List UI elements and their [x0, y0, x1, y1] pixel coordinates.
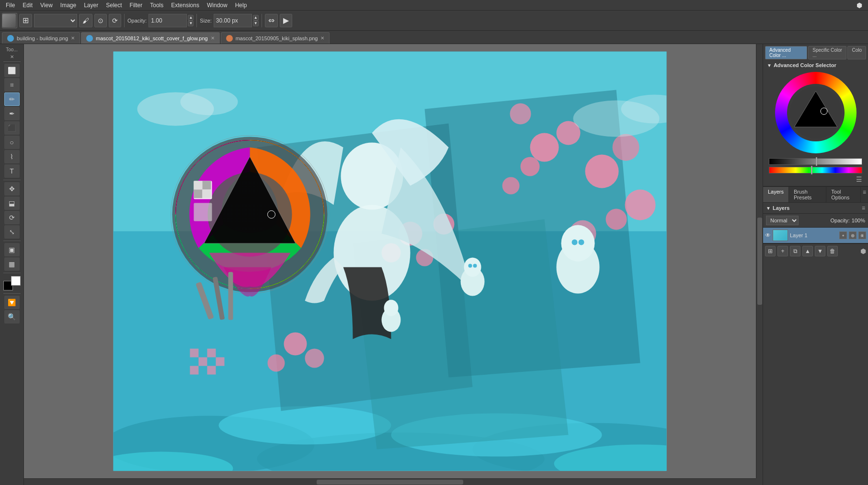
move-layer-up-btn[interactable]: ▲ — [802, 246, 813, 256]
svg-point-58 — [384, 300, 399, 316]
layer-row-1[interactable]: 👁 Layer 1 ⚬ ⊕ ⛯ — [763, 228, 868, 243]
tool-zoom[interactable]: 🔍 — [4, 310, 20, 323]
blend-mode-select[interactable]: Normal — [34, 14, 77, 27]
fg-bg-colors[interactable] — [3, 276, 21, 290]
move-layer-down-btn[interactable]: ▼ — [815, 246, 825, 256]
tab-label-mascot-splash: mascot_20150905_kiki_splash.png — [236, 35, 318, 41]
svg-point-55 — [468, 264, 472, 268]
toolbar-separator-1 — [124, 14, 125, 27]
tool-gradient[interactable]: ▦ — [4, 257, 20, 271]
svg-point-17 — [625, 190, 656, 220]
layer-btn-1[interactable]: ⚬ — [839, 231, 847, 239]
tool-lasso[interactable]: ⌗ — [4, 78, 20, 92]
tool-color-picker[interactable]: 🔽 — [4, 296, 20, 309]
tool-path[interactable]: ⌇ — [4, 150, 20, 163]
menu-select[interactable]: Select — [102, 1, 126, 10]
canvas-area[interactable] — [24, 44, 763, 485]
tab-mascot-glow[interactable]: mascot_20150812_kiki_scott_cover_f_glow.… — [81, 32, 220, 44]
menu-image[interactable]: Image — [57, 1, 80, 10]
close-toolbox-icon[interactable]: ✕ — [10, 54, 14, 59]
menu-filter[interactable]: Filter — [126, 1, 147, 10]
menu-view[interactable]: View — [36, 1, 57, 10]
menu-tools[interactable]: Tools — [146, 1, 167, 10]
opacity-increase[interactable]: ▲ — [188, 15, 194, 21]
tab-specific-color[interactable]: Specific Color ... — [808, 46, 846, 59]
menu-layer[interactable]: Layer — [80, 1, 102, 10]
tool-scale[interactable]: ⤡ — [4, 225, 20, 239]
size-increase[interactable]: ▲ — [253, 15, 259, 21]
flip-horizontal-button[interactable]: ⇔ — [265, 14, 278, 27]
delete-layer-btn[interactable]: 🗑 — [827, 246, 838, 256]
layer-btn-2[interactable]: ⊕ — [849, 231, 857, 239]
duplicate-layer-btn[interactable]: ⧉ — [790, 246, 800, 256]
tool-rotate[interactable]: ⟳ — [4, 211, 20, 224]
window-expand-icon[interactable]: ⬢ — [853, 0, 866, 10]
layers-tab-layers[interactable]: Layers — [763, 187, 789, 202]
collapse-layers-icon[interactable]: ▼ — [766, 206, 771, 211]
tool-move[interactable]: ✥ — [4, 182, 20, 196]
scrollbar-vertical[interactable] — [756, 44, 763, 478]
layers-tab-tool-options[interactable]: Tool Options — [826, 187, 861, 202]
opacity-input[interactable] — [148, 14, 187, 27]
value-bar-container[interactable] — [769, 158, 862, 165]
tool-separator-3 — [3, 241, 21, 241]
tab-close-mascot-splash[interactable]: ✕ — [320, 35, 324, 41]
value-bar[interactable] — [769, 158, 862, 165]
layer-visibility-toggle[interactable]: 👁 — [765, 232, 771, 239]
flip-vertical-button[interactable]: ▶ — [280, 14, 292, 27]
brush-options-button[interactable]: ⟳ — [109, 14, 121, 27]
tool-crop[interactable]: ⬓ — [4, 196, 20, 210]
tab-advanced-color[interactable]: Advanced Color ... — [765, 46, 807, 59]
tab-mascot-splash[interactable]: mascot_20150905_kiki_splash.png ✕ — [221, 32, 330, 44]
sv-triangle[interactable] — [789, 86, 842, 139]
size-input[interactable] — [214, 14, 252, 27]
menu-edit[interactable]: Edit — [19, 1, 36, 10]
tool-separator-5 — [3, 293, 21, 294]
tool-fill[interactable]: ▣ — [4, 243, 20, 256]
layers-group-menu[interactable]: ≡ — [862, 205, 865, 211]
paint-dynamics-button[interactable]: 🖌 — [79, 14, 92, 27]
color-list-icon[interactable]: ☰ — [765, 174, 866, 184]
tool-ellipse[interactable]: ○ — [4, 136, 20, 149]
layers-panel-menu[interactable]: ≡ — [861, 187, 868, 202]
tool-eraser[interactable]: ⬛ — [4, 121, 20, 135]
layers-opacity-value[interactable]: 100% — [852, 218, 865, 223]
tool-selection[interactable]: ⬜ — [4, 64, 20, 77]
layers-blend-select[interactable]: Normal Multiply Screen — [766, 216, 799, 225]
tool-brush[interactable]: ✏ — [4, 92, 20, 106]
layers-panel-expand[interactable]: ⬢ — [860, 247, 866, 255]
layer-name[interactable]: Layer 1 — [790, 232, 837, 238]
brush-presets-button[interactable]: ⊙ — [94, 14, 107, 27]
scrollbar-vertical-thumb[interactable] — [757, 218, 762, 304]
svg-point-27 — [268, 355, 285, 372]
hue-bar-container[interactable] — [769, 167, 862, 173]
layers-blend-header: Normal Multiply Screen Opacity: 100% — [763, 214, 868, 228]
scrollbar-horizontal-thumb[interactable] — [317, 480, 463, 485]
menu-extensions[interactable]: Extensions — [167, 1, 203, 10]
tool-grid-button[interactable]: ⊞ — [19, 14, 32, 27]
menu-help[interactable]: Help — [231, 1, 251, 10]
svg-rect-32 — [216, 358, 225, 366]
tab-building[interactable]: building - building.png ✕ — [2, 32, 80, 44]
tool-text[interactable]: T — [4, 164, 20, 178]
hue-bar[interactable] — [769, 167, 862, 173]
hue-bar-thumb[interactable] — [811, 166, 812, 174]
scrollbar-horizontal[interactable] — [24, 478, 756, 485]
artwork — [114, 52, 667, 471]
new-layer-btn[interactable]: + — [777, 246, 788, 256]
tab-colo[interactable]: Colo — [847, 46, 866, 59]
size-decrease[interactable]: ▼ — [253, 21, 259, 26]
tab-close-mascot-glow[interactable]: ✕ — [211, 35, 215, 41]
menu-file[interactable]: File — [2, 1, 19, 10]
layer-btn-3[interactable]: ⛯ — [858, 231, 866, 239]
collapse-icon[interactable]: ▼ — [767, 63, 772, 68]
layers-tab-brush-presets[interactable]: Brush Presets — [789, 187, 826, 202]
opacity-decrease[interactable]: ▼ — [188, 21, 194, 26]
new-layer-group-btn[interactable]: ⊞ — [765, 246, 776, 256]
color-wheel-container[interactable] — [765, 69, 866, 156]
value-bar-thumb[interactable] — [816, 157, 817, 166]
tool-pencil[interactable]: ✒ — [4, 107, 20, 120]
tab-close-building[interactable]: ✕ — [71, 35, 75, 41]
canvas-container[interactable] — [24, 44, 756, 478]
menu-window[interactable]: Window — [203, 1, 231, 10]
